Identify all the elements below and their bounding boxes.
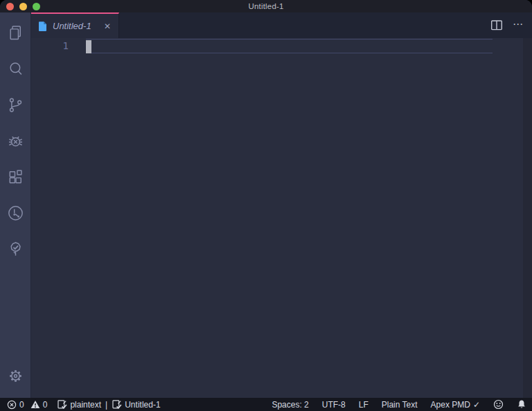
- editor-status[interactable]: plaintext | Untitled-1: [57, 399, 160, 410]
- file-check-icon: [57, 399, 67, 410]
- git-graph-icon: [6, 204, 25, 222]
- apex-pmd-label: Apex PMD: [431, 400, 470, 410]
- language-mode-status[interactable]: Plain Text: [382, 400, 418, 410]
- more-actions-icon[interactable]: ⋯: [513, 19, 524, 32]
- check-icon: ✓: [473, 400, 480, 410]
- warning-count: 0: [43, 400, 48, 410]
- window-title: Untitled-1: [0, 2, 532, 10]
- eol-label: LF: [359, 400, 369, 410]
- file-check-icon: [112, 399, 122, 410]
- files-explorer-icon: [6, 24, 25, 42]
- tab-untitled-1[interactable]: Untitled-1 ✕: [31, 12, 119, 38]
- file-icon: [37, 21, 48, 32]
- apex-pmd-status[interactable]: Apex PMD ✓: [431, 400, 480, 410]
- tab-label: Untitled-1: [53, 21, 98, 31]
- tab-bar: Untitled-1 ✕ ⋯: [31, 12, 532, 38]
- sidebar-item-extensions[interactable]: [0, 159, 31, 195]
- activity-bar: [0, 12, 31, 398]
- title-bar: Untitled-1: [0, 0, 532, 12]
- bug-debug-icon: [6, 132, 25, 150]
- editor-pane[interactable]: 1: [31, 38, 532, 398]
- language-mode-label: Plain Text: [382, 400, 418, 410]
- close-icon[interactable]: ✕: [103, 21, 112, 31]
- error-icon: [7, 400, 17, 410]
- encoding-label: UTF-8: [322, 400, 346, 410]
- line-number: 1: [31, 38, 69, 51]
- notifications-bell-button[interactable]: [517, 399, 526, 410]
- language-status-label: plaintext: [70, 400, 101, 410]
- sidebar-item-run-debug[interactable]: [0, 123, 31, 159]
- text-cursor: [86, 40, 91, 53]
- minimap[interactable]: [523, 38, 532, 398]
- sidebar-item-todo-tree[interactable]: [0, 231, 31, 267]
- vscode-window: Untitled-1: [0, 0, 532, 411]
- split-editor-icon[interactable]: [490, 19, 503, 31]
- warning-icon: [30, 400, 40, 409]
- feedback-smiley-button[interactable]: [493, 399, 504, 410]
- source-control-icon: [6, 96, 25, 114]
- todo-tree-icon: [6, 240, 25, 259]
- eol-status[interactable]: LF: [359, 400, 369, 410]
- status-separator: |: [104, 400, 109, 410]
- extensions-icon: [6, 168, 25, 186]
- manage-settings-button[interactable]: [0, 358, 31, 394]
- indentation-status[interactable]: Spaces: 2: [272, 400, 308, 410]
- file-status-label: Untitled-1: [125, 400, 160, 410]
- sidebar-item-source-control[interactable]: [0, 87, 31, 123]
- error-count: 0: [19, 400, 24, 410]
- sidebar-item-explorer[interactable]: [0, 15, 31, 51]
- encoding-status[interactable]: UTF-8: [322, 400, 346, 410]
- bell-icon: [517, 399, 526, 410]
- smiley-icon: [493, 399, 504, 410]
- problems-status[interactable]: 0 0: [7, 400, 47, 410]
- settings-gear-icon: [6, 367, 25, 385]
- sidebar-item-search[interactable]: [0, 51, 31, 87]
- status-bar: 0 0 plaintex: [0, 398, 532, 411]
- search-icon: [6, 60, 25, 78]
- current-line-highlight: [86, 39, 493, 53]
- indentation-label: Spaces: 2: [272, 400, 308, 410]
- sidebar-item-git-graph[interactable]: [0, 195, 31, 231]
